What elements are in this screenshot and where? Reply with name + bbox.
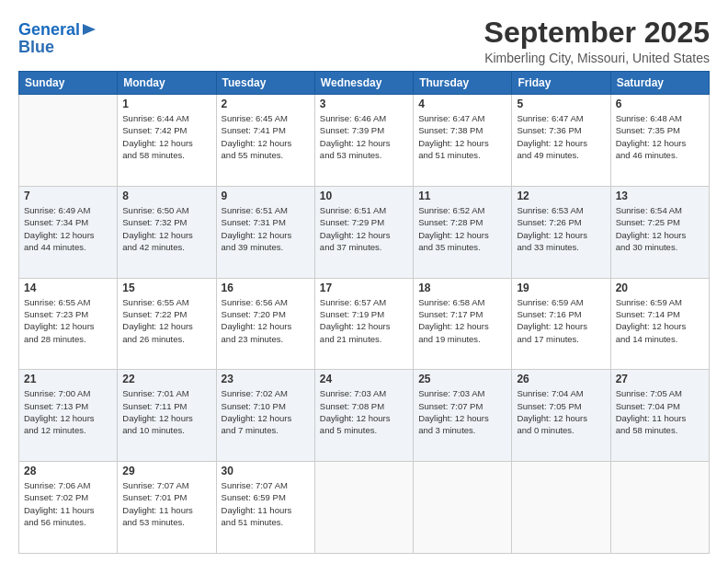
day-info: Sunrise: 7:07 AM Sunset: 7:01 PM Dayligh… xyxy=(122,479,210,528)
table-row: 22Sunrise: 7:01 AM Sunset: 7:11 PM Dayli… xyxy=(118,370,216,462)
calendar-week-row: 1Sunrise: 6:44 AM Sunset: 7:42 PM Daylig… xyxy=(19,95,710,187)
day-info: Sunrise: 6:59 AM Sunset: 7:14 PM Dayligh… xyxy=(616,296,704,345)
day-info: Sunrise: 6:58 AM Sunset: 7:17 PM Dayligh… xyxy=(418,296,506,345)
day-number: 28 xyxy=(24,465,112,477)
col-tuesday: Tuesday xyxy=(216,72,314,95)
day-info: Sunrise: 6:47 AM Sunset: 7:38 PM Dayligh… xyxy=(418,112,506,161)
day-number: 22 xyxy=(122,373,210,385)
table-row xyxy=(414,462,512,554)
logo-blue-text: Blue xyxy=(18,39,54,57)
table-row: 5Sunrise: 6:47 AM Sunset: 7:36 PM Daylig… xyxy=(512,95,610,187)
day-info: Sunrise: 7:00 AM Sunset: 7:13 PM Dayligh… xyxy=(24,387,112,436)
table-row xyxy=(314,462,413,554)
day-number: 29 xyxy=(122,465,210,477)
day-number: 1 xyxy=(122,98,210,110)
location: Kimberling City, Missouri, United States xyxy=(484,51,710,65)
table-row: 21Sunrise: 7:00 AM Sunset: 7:13 PM Dayli… xyxy=(19,370,118,462)
col-thursday: Thursday xyxy=(414,72,512,95)
table-row: 4Sunrise: 6:47 AM Sunset: 7:38 PM Daylig… xyxy=(414,95,512,187)
day-info: Sunrise: 6:50 AM Sunset: 7:32 PM Dayligh… xyxy=(122,204,210,253)
day-number: 23 xyxy=(222,373,310,385)
table-row: 8Sunrise: 6:50 AM Sunset: 7:32 PM Daylig… xyxy=(118,186,216,278)
day-info: Sunrise: 6:56 AM Sunset: 7:20 PM Dayligh… xyxy=(222,296,310,345)
month-title: September 2025 xyxy=(484,17,710,49)
table-row: 6Sunrise: 6:48 AM Sunset: 7:35 PM Daylig… xyxy=(610,95,709,187)
day-info: Sunrise: 6:51 AM Sunset: 7:31 PM Dayligh… xyxy=(222,204,310,253)
day-info: Sunrise: 6:44 AM Sunset: 7:42 PM Dayligh… xyxy=(122,112,210,161)
table-row xyxy=(19,95,118,187)
table-row: 9Sunrise: 6:51 AM Sunset: 7:31 PM Daylig… xyxy=(216,186,314,278)
calendar-week-row: 7Sunrise: 6:49 AM Sunset: 7:34 PM Daylig… xyxy=(19,186,710,278)
table-row: 11Sunrise: 6:52 AM Sunset: 7:28 PM Dayli… xyxy=(414,186,512,278)
day-info: Sunrise: 7:04 AM Sunset: 7:05 PM Dayligh… xyxy=(517,387,605,436)
col-monday: Monday xyxy=(118,72,216,95)
table-row: 23Sunrise: 7:02 AM Sunset: 7:10 PM Dayli… xyxy=(216,370,314,462)
title-block: September 2025 Kimberling City, Missouri… xyxy=(484,17,710,65)
day-info: Sunrise: 6:55 AM Sunset: 7:22 PM Dayligh… xyxy=(122,296,210,345)
day-number: 3 xyxy=(320,98,408,110)
day-info: Sunrise: 6:55 AM Sunset: 7:23 PM Dayligh… xyxy=(24,296,112,345)
table-row: 14Sunrise: 6:55 AM Sunset: 7:23 PM Dayli… xyxy=(19,278,118,370)
day-number: 13 xyxy=(616,190,704,202)
day-info: Sunrise: 6:45 AM Sunset: 7:41 PM Dayligh… xyxy=(222,112,310,161)
day-info: Sunrise: 7:03 AM Sunset: 7:07 PM Dayligh… xyxy=(418,387,506,436)
table-row: 13Sunrise: 6:54 AM Sunset: 7:25 PM Dayli… xyxy=(610,186,709,278)
logo-arrow-icon xyxy=(83,22,97,37)
day-number: 9 xyxy=(222,190,310,202)
day-info: Sunrise: 7:01 AM Sunset: 7:11 PM Dayligh… xyxy=(122,387,210,436)
table-row: 28Sunrise: 7:06 AM Sunset: 7:02 PM Dayli… xyxy=(19,462,118,554)
table-row: 24Sunrise: 7:03 AM Sunset: 7:08 PM Dayli… xyxy=(314,370,413,462)
page: General Blue September 2025 Kimberling C… xyxy=(0,0,728,563)
table-row: 19Sunrise: 6:59 AM Sunset: 7:16 PM Dayli… xyxy=(512,278,610,370)
day-info: Sunrise: 7:07 AM Sunset: 6:59 PM Dayligh… xyxy=(222,479,310,528)
table-row: 7Sunrise: 6:49 AM Sunset: 7:34 PM Daylig… xyxy=(19,186,118,278)
day-number: 11 xyxy=(418,190,506,202)
day-info: Sunrise: 7:03 AM Sunset: 7:08 PM Dayligh… xyxy=(320,387,408,436)
day-number: 21 xyxy=(24,373,112,385)
day-info: Sunrise: 6:48 AM Sunset: 7:35 PM Dayligh… xyxy=(616,112,704,161)
calendar-table: Sunday Monday Tuesday Wednesday Thursday… xyxy=(18,71,710,554)
calendar-header-row: Sunday Monday Tuesday Wednesday Thursday… xyxy=(19,72,710,95)
day-number: 5 xyxy=(517,98,605,110)
table-row: 20Sunrise: 6:59 AM Sunset: 7:14 PM Dayli… xyxy=(610,278,709,370)
day-info: Sunrise: 6:53 AM Sunset: 7:26 PM Dayligh… xyxy=(517,204,605,253)
day-number: 30 xyxy=(222,465,310,477)
table-row xyxy=(610,462,709,554)
table-row: 16Sunrise: 6:56 AM Sunset: 7:20 PM Dayli… xyxy=(216,278,314,370)
day-number: 16 xyxy=(222,282,310,294)
calendar-week-row: 28Sunrise: 7:06 AM Sunset: 7:02 PM Dayli… xyxy=(19,462,710,554)
day-number: 25 xyxy=(418,373,506,385)
table-row: 17Sunrise: 6:57 AM Sunset: 7:19 PM Dayli… xyxy=(314,278,413,370)
day-info: Sunrise: 6:47 AM Sunset: 7:36 PM Dayligh… xyxy=(517,112,605,161)
table-row: 10Sunrise: 6:51 AM Sunset: 7:29 PM Dayli… xyxy=(314,186,413,278)
day-number: 4 xyxy=(418,98,506,110)
table-row xyxy=(512,462,610,554)
table-row: 27Sunrise: 7:05 AM Sunset: 7:04 PM Dayli… xyxy=(610,370,709,462)
day-number: 8 xyxy=(122,190,210,202)
day-number: 10 xyxy=(320,190,408,202)
day-info: Sunrise: 6:52 AM Sunset: 7:28 PM Dayligh… xyxy=(418,204,506,253)
table-row: 26Sunrise: 7:04 AM Sunset: 7:05 PM Dayli… xyxy=(512,370,610,462)
day-info: Sunrise: 6:54 AM Sunset: 7:25 PM Dayligh… xyxy=(616,204,704,253)
table-row: 29Sunrise: 7:07 AM Sunset: 7:01 PM Dayli… xyxy=(118,462,216,554)
day-number: 27 xyxy=(616,373,704,385)
day-number: 12 xyxy=(517,190,605,202)
col-friday: Friday xyxy=(512,72,610,95)
day-number: 18 xyxy=(418,282,506,294)
calendar-week-row: 21Sunrise: 7:00 AM Sunset: 7:13 PM Dayli… xyxy=(19,370,710,462)
day-number: 19 xyxy=(517,282,605,294)
day-number: 6 xyxy=(616,98,704,110)
day-info: Sunrise: 6:59 AM Sunset: 7:16 PM Dayligh… xyxy=(517,296,605,345)
day-number: 2 xyxy=(222,98,310,110)
day-info: Sunrise: 7:06 AM Sunset: 7:02 PM Dayligh… xyxy=(24,479,112,528)
table-row: 12Sunrise: 6:53 AM Sunset: 7:26 PM Dayli… xyxy=(512,186,610,278)
table-row: 2Sunrise: 6:45 AM Sunset: 7:41 PM Daylig… xyxy=(216,95,314,187)
col-wednesday: Wednesday xyxy=(314,72,413,95)
day-number: 20 xyxy=(616,282,704,294)
day-info: Sunrise: 6:57 AM Sunset: 7:19 PM Dayligh… xyxy=(320,296,408,345)
table-row: 15Sunrise: 6:55 AM Sunset: 7:22 PM Dayli… xyxy=(118,278,216,370)
day-number: 7 xyxy=(24,190,112,202)
header: General Blue September 2025 Kimberling C… xyxy=(18,17,710,65)
day-info: Sunrise: 6:46 AM Sunset: 7:39 PM Dayligh… xyxy=(320,112,408,161)
svg-marker-0 xyxy=(83,24,96,35)
